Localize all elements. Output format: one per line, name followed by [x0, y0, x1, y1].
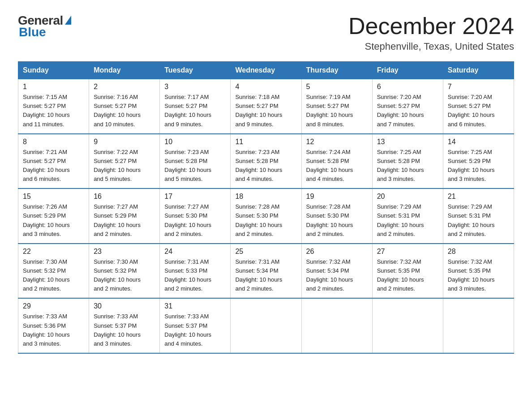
day-number: 6 [377, 83, 438, 91]
day-number: 24 [164, 248, 226, 256]
day-number: 28 [448, 248, 509, 256]
day-number: 17 [164, 193, 226, 201]
day-number: 22 [23, 248, 84, 256]
day-number: 31 [164, 302, 226, 310]
day-number: 26 [306, 248, 368, 256]
day-cell [301, 298, 372, 353]
day-info: Sunrise: 7:19 AM Sunset: 5:27 PM Dayligh… [306, 93, 368, 129]
day-cell: 25Sunrise: 7:31 AM Sunset: 5:34 PM Dayli… [231, 244, 301, 299]
day-info: Sunrise: 7:29 AM Sunset: 5:31 PM Dayligh… [377, 202, 438, 239]
day-info: Sunrise: 7:24 AM Sunset: 5:28 PM Dayligh… [306, 148, 368, 184]
calendar-table: SundayMondayTuesdayWednesdayThursdayFrid… [18, 61, 514, 354]
day-info: Sunrise: 7:27 AM Sunset: 5:29 PM Dayligh… [94, 202, 155, 239]
header-cell-friday: Friday [372, 62, 443, 79]
header-cell-monday: Monday [89, 62, 160, 79]
week-row-5: 29Sunrise: 7:33 AM Sunset: 5:36 PM Dayli… [18, 298, 514, 353]
day-cell [231, 298, 301, 353]
week-row-4: 22Sunrise: 7:30 AM Sunset: 5:32 PM Dayli… [18, 244, 514, 299]
day-number: 18 [235, 193, 296, 201]
day-number: 8 [23, 138, 84, 146]
day-info: Sunrise: 7:29 AM Sunset: 5:31 PM Dayligh… [448, 202, 509, 239]
day-info: Sunrise: 7:33 AM Sunset: 5:36 PM Dayligh… [23, 312, 84, 348]
title-block: December 2024 Stephenville, Texas, Unite… [348, 13, 514, 52]
day-info: Sunrise: 7:32 AM Sunset: 5:34 PM Dayligh… [306, 257, 368, 294]
day-number: 14 [448, 138, 509, 146]
day-number: 9 [94, 138, 155, 146]
calendar-body: 1Sunrise: 7:15 AM Sunset: 5:27 PM Daylig… [18, 79, 514, 353]
header-cell-saturday: Saturday [443, 62, 514, 79]
day-info: Sunrise: 7:32 AM Sunset: 5:35 PM Dayligh… [377, 257, 438, 294]
day-cell: 2Sunrise: 7:16 AM Sunset: 5:27 PM Daylig… [89, 79, 160, 134]
day-cell: 15Sunrise: 7:26 AM Sunset: 5:29 PM Dayli… [18, 188, 89, 244]
day-cell: 6Sunrise: 7:20 AM Sunset: 5:27 PM Daylig… [372, 79, 443, 134]
day-cell: 22Sunrise: 7:30 AM Sunset: 5:32 PM Dayli… [18, 244, 89, 299]
day-number: 10 [164, 138, 226, 146]
day-info: Sunrise: 7:33 AM Sunset: 5:37 PM Dayligh… [164, 312, 226, 348]
day-info: Sunrise: 7:25 AM Sunset: 5:28 PM Dayligh… [377, 148, 438, 184]
day-cell: 17Sunrise: 7:27 AM Sunset: 5:30 PM Dayli… [160, 188, 231, 244]
day-info: Sunrise: 7:32 AM Sunset: 5:35 PM Dayligh… [448, 257, 509, 294]
day-number: 21 [448, 193, 509, 201]
day-number: 23 [94, 248, 155, 256]
day-cell [372, 298, 443, 353]
day-cell: 16Sunrise: 7:27 AM Sunset: 5:29 PM Dayli… [89, 188, 160, 244]
day-number: 11 [235, 138, 296, 146]
header-cell-thursday: Thursday [301, 62, 372, 79]
header-cell-tuesday: Tuesday [160, 62, 231, 79]
day-number: 1 [23, 83, 84, 91]
day-info: Sunrise: 7:28 AM Sunset: 5:30 PM Dayligh… [306, 202, 368, 239]
day-cell: 1Sunrise: 7:15 AM Sunset: 5:27 PM Daylig… [18, 79, 89, 134]
day-cell: 27Sunrise: 7:32 AM Sunset: 5:35 PM Dayli… [372, 244, 443, 299]
day-cell: 9Sunrise: 7:22 AM Sunset: 5:27 PM Daylig… [89, 134, 160, 189]
header-cell-wednesday: Wednesday [231, 62, 301, 79]
day-info: Sunrise: 7:20 AM Sunset: 5:27 PM Dayligh… [377, 93, 438, 129]
day-number: 13 [377, 138, 438, 146]
day-number: 29 [23, 302, 84, 310]
day-info: Sunrise: 7:33 AM Sunset: 5:37 PM Dayligh… [94, 312, 155, 348]
location-subtitle: Stephenville, Texas, United States [348, 41, 514, 52]
day-cell: 13Sunrise: 7:25 AM Sunset: 5:28 PM Dayli… [372, 134, 443, 189]
day-number: 2 [94, 83, 155, 91]
day-info: Sunrise: 7:25 AM Sunset: 5:29 PM Dayligh… [448, 148, 509, 184]
day-cell: 8Sunrise: 7:21 AM Sunset: 5:27 PM Daylig… [18, 134, 89, 189]
day-number: 12 [306, 138, 368, 146]
day-info: Sunrise: 7:15 AM Sunset: 5:27 PM Dayligh… [23, 93, 84, 129]
page-header: General Blue December 2024 Stephenville,… [18, 13, 514, 52]
day-cell: 20Sunrise: 7:29 AM Sunset: 5:31 PM Dayli… [372, 188, 443, 244]
day-info: Sunrise: 7:30 AM Sunset: 5:32 PM Dayligh… [23, 257, 84, 294]
day-info: Sunrise: 7:16 AM Sunset: 5:27 PM Dayligh… [94, 93, 155, 129]
day-cell: 26Sunrise: 7:32 AM Sunset: 5:34 PM Dayli… [301, 244, 372, 299]
day-info: Sunrise: 7:23 AM Sunset: 5:28 PM Dayligh… [235, 148, 296, 184]
day-cell: 30Sunrise: 7:33 AM Sunset: 5:37 PM Dayli… [89, 298, 160, 353]
logo: General Blue [18, 13, 71, 39]
day-cell: 21Sunrise: 7:29 AM Sunset: 5:31 PM Dayli… [443, 188, 514, 244]
day-number: 4 [235, 83, 296, 91]
day-cell [443, 298, 514, 353]
day-number: 30 [94, 302, 155, 310]
day-info: Sunrise: 7:30 AM Sunset: 5:32 PM Dayligh… [94, 257, 155, 294]
day-cell: 23Sunrise: 7:30 AM Sunset: 5:32 PM Dayli… [89, 244, 160, 299]
day-number: 20 [377, 193, 438, 201]
day-cell: 11Sunrise: 7:23 AM Sunset: 5:28 PM Dayli… [231, 134, 301, 189]
day-cell: 10Sunrise: 7:23 AM Sunset: 5:28 PM Dayli… [160, 134, 231, 189]
day-number: 7 [448, 83, 509, 91]
day-cell: 29Sunrise: 7:33 AM Sunset: 5:36 PM Dayli… [18, 298, 89, 353]
day-info: Sunrise: 7:20 AM Sunset: 5:27 PM Dayligh… [448, 93, 509, 129]
day-cell: 3Sunrise: 7:17 AM Sunset: 5:27 PM Daylig… [160, 79, 231, 134]
day-info: Sunrise: 7:21 AM Sunset: 5:27 PM Dayligh… [23, 148, 84, 184]
day-cell: 28Sunrise: 7:32 AM Sunset: 5:35 PM Dayli… [443, 244, 514, 299]
day-number: 16 [94, 193, 155, 201]
day-cell: 4Sunrise: 7:18 AM Sunset: 5:27 PM Daylig… [231, 79, 301, 134]
week-row-1: 1Sunrise: 7:15 AM Sunset: 5:27 PM Daylig… [18, 79, 514, 134]
day-number: 19 [306, 193, 368, 201]
day-cell: 14Sunrise: 7:25 AM Sunset: 5:29 PM Dayli… [443, 134, 514, 189]
header-cell-sunday: Sunday [18, 62, 89, 79]
week-row-3: 15Sunrise: 7:26 AM Sunset: 5:29 PM Dayli… [18, 188, 514, 244]
day-cell: 18Sunrise: 7:28 AM Sunset: 5:30 PM Dayli… [231, 188, 301, 244]
day-info: Sunrise: 7:23 AM Sunset: 5:28 PM Dayligh… [164, 148, 226, 184]
day-cell: 7Sunrise: 7:20 AM Sunset: 5:27 PM Daylig… [443, 79, 514, 134]
day-cell: 31Sunrise: 7:33 AM Sunset: 5:37 PM Dayli… [160, 298, 231, 353]
day-cell: 24Sunrise: 7:31 AM Sunset: 5:33 PM Dayli… [160, 244, 231, 299]
day-info: Sunrise: 7:17 AM Sunset: 5:27 PM Dayligh… [164, 93, 226, 129]
day-info: Sunrise: 7:31 AM Sunset: 5:34 PM Dayligh… [235, 257, 296, 294]
